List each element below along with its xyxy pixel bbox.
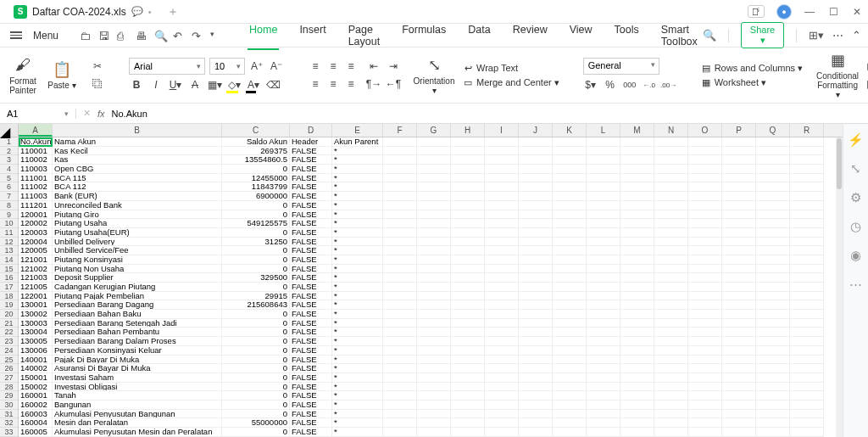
ltr-icon[interactable]: ¶→ bbox=[366, 76, 381, 92]
cell[interactable] bbox=[485, 174, 519, 183]
cell[interactable] bbox=[790, 346, 824, 356]
cell[interactable] bbox=[654, 364, 688, 373]
cell[interactable] bbox=[756, 337, 790, 346]
cell[interactable] bbox=[383, 210, 417, 220]
user-avatar[interactable]: ● bbox=[776, 4, 792, 20]
cell[interactable] bbox=[620, 364, 654, 373]
cell[interactable]: * bbox=[332, 401, 383, 410]
cell[interactable] bbox=[553, 265, 587, 274]
redo-icon[interactable]: ↷ bbox=[192, 30, 203, 42]
preview-icon[interactable]: 🔍 bbox=[154, 30, 166, 42]
cut-icon[interactable]: ✂ bbox=[90, 59, 105, 74]
cell[interactable] bbox=[485, 428, 519, 437]
cell[interactable] bbox=[587, 210, 620, 220]
cell[interactable] bbox=[485, 300, 519, 310]
cell[interactable] bbox=[553, 210, 587, 220]
cell[interactable] bbox=[451, 155, 485, 165]
cell[interactable] bbox=[587, 410, 620, 419]
cell[interactable] bbox=[756, 137, 790, 147]
column-header[interactable]: O bbox=[688, 124, 722, 137]
cell[interactable] bbox=[417, 346, 451, 356]
cell[interactable] bbox=[620, 155, 654, 165]
cell[interactable]: 110001 bbox=[19, 147, 53, 156]
cell[interactable] bbox=[790, 356, 824, 365]
row-header[interactable]: 17 bbox=[0, 283, 18, 292]
cell[interactable] bbox=[383, 246, 417, 255]
cell[interactable] bbox=[722, 410, 756, 419]
cell[interactable] bbox=[587, 182, 620, 192]
cell[interactable] bbox=[383, 401, 417, 410]
cell[interactable] bbox=[519, 364, 553, 373]
cancel-formula-icon[interactable]: ✕ bbox=[83, 108, 91, 119]
cell[interactable]: Piutang Usaha bbox=[53, 219, 222, 228]
cell[interactable]: FALSE bbox=[290, 418, 332, 428]
cell[interactable] bbox=[790, 273, 824, 283]
cell[interactable] bbox=[451, 165, 485, 174]
number-format-select[interactable]: General bbox=[583, 58, 659, 75]
row-header[interactable]: 31 bbox=[0, 410, 18, 419]
cell[interactable] bbox=[485, 401, 519, 410]
cell[interactable] bbox=[485, 210, 519, 220]
cell[interactable]: FALSE bbox=[290, 165, 332, 174]
cell[interactable] bbox=[485, 356, 519, 365]
cell[interactable] bbox=[756, 238, 790, 247]
cell[interactable] bbox=[620, 428, 654, 437]
cell[interactable] bbox=[553, 373, 587, 383]
cell[interactable] bbox=[722, 292, 756, 301]
cell[interactable] bbox=[620, 346, 654, 356]
cell[interactable]: FALSE bbox=[290, 283, 332, 292]
cell[interactable] bbox=[519, 319, 553, 328]
cell[interactable] bbox=[654, 192, 688, 201]
font-size-select[interactable]: 10 bbox=[209, 58, 245, 75]
cell[interactable] bbox=[790, 219, 824, 228]
cell[interactable]: Piutang Konsinyasi bbox=[53, 255, 222, 265]
font-color-button[interactable]: A▾ bbox=[246, 77, 261, 92]
cell[interactable]: * bbox=[332, 364, 383, 373]
cell[interactable]: 13554860.5 bbox=[222, 155, 290, 165]
cell[interactable] bbox=[722, 383, 756, 392]
cell[interactable] bbox=[620, 373, 654, 383]
cell[interactable]: * bbox=[332, 410, 383, 419]
cell[interactable] bbox=[756, 410, 790, 419]
cell[interactable]: * bbox=[332, 428, 383, 437]
cell[interactable]: 130004 bbox=[19, 328, 53, 337]
column-header[interactable]: A bbox=[19, 124, 53, 137]
cell[interactable]: FALSE bbox=[290, 238, 332, 247]
cell[interactable] bbox=[587, 319, 620, 328]
cell[interactable] bbox=[790, 238, 824, 247]
cell[interactable] bbox=[417, 174, 451, 183]
cell[interactable] bbox=[451, 147, 485, 156]
cell[interactable] bbox=[722, 319, 756, 328]
cell[interactable] bbox=[587, 391, 620, 401]
cell[interactable] bbox=[790, 383, 824, 392]
cell[interactable]: * bbox=[332, 201, 383, 210]
cell[interactable] bbox=[417, 182, 451, 192]
row-header[interactable]: 22 bbox=[0, 328, 18, 337]
cell[interactable] bbox=[790, 292, 824, 301]
cell[interactable]: 0 bbox=[222, 410, 290, 419]
cell[interactable] bbox=[587, 373, 620, 383]
cell[interactable]: 0 bbox=[222, 319, 290, 328]
cell[interactable]: * bbox=[332, 300, 383, 310]
cell[interactable] bbox=[383, 201, 417, 210]
cell[interactable] bbox=[654, 238, 688, 247]
cell[interactable] bbox=[553, 300, 587, 310]
cell[interactable] bbox=[722, 364, 756, 373]
more-icon[interactable]: ⋯ bbox=[832, 29, 843, 42]
column-header[interactable]: B bbox=[53, 124, 222, 137]
cell[interactable] bbox=[654, 283, 688, 292]
cell[interactable] bbox=[451, 137, 485, 147]
column-header[interactable]: D bbox=[290, 124, 332, 137]
cell[interactable]: 0 bbox=[222, 165, 290, 174]
undo-icon[interactable]: ↶ bbox=[173, 30, 185, 42]
cell[interactable] bbox=[417, 300, 451, 310]
align-middle-icon[interactable]: ≡ bbox=[326, 59, 341, 74]
cell[interactable] bbox=[417, 383, 451, 392]
cell[interactable]: * bbox=[332, 373, 383, 383]
cell[interactable]: 0 bbox=[222, 364, 290, 373]
cell[interactable] bbox=[790, 428, 824, 437]
cell[interactable]: 11843799 bbox=[222, 182, 290, 192]
cell[interactable] bbox=[485, 391, 519, 401]
tab-tools[interactable]: Tools bbox=[613, 21, 641, 50]
cell[interactable] bbox=[587, 265, 620, 274]
